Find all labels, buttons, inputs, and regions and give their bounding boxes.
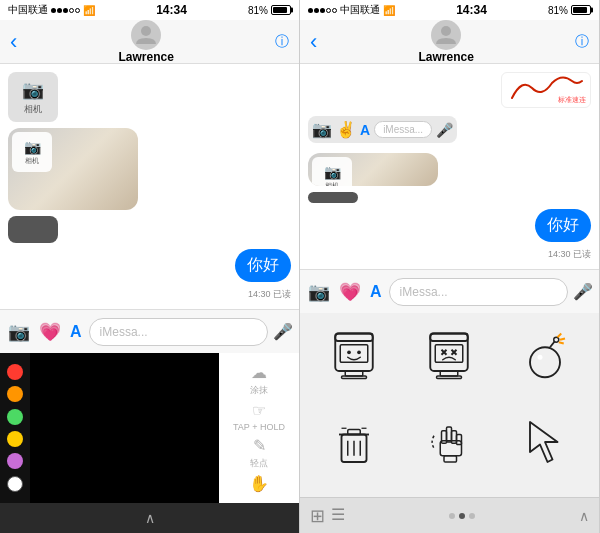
camera-input-btn-right[interactable]: 📷 xyxy=(306,279,332,305)
svg-line-23 xyxy=(560,339,565,340)
sticker-close-btn[interactable]: ∧ xyxy=(579,508,589,524)
drawing-panel-left: ☁ 涂抹 ☞ TAP + HOLD ✎ 轻点 ✋ ∧ xyxy=(0,353,299,533)
battery-pct: 81% xyxy=(248,5,268,16)
status-left: 中国联通 📶 xyxy=(8,3,95,17)
mac-sad-svg xyxy=(424,331,474,381)
signature-container: 标准速连 xyxy=(501,72,591,108)
msg-bubble-right-left: 你好 xyxy=(235,249,291,282)
messages-area-left: 📷 相机 📷 相机 你好 14:30 已读 xyxy=(0,64,299,309)
wifi-icon-right: 📶 xyxy=(383,5,395,16)
heart-input-btn-left[interactable]: 💗 xyxy=(37,319,63,345)
info-button-left[interactable]: ⓘ xyxy=(275,33,289,51)
sticker-pointer[interactable] xyxy=(499,407,591,477)
instr-gesture: ✋ xyxy=(249,474,269,493)
nav-center-left[interactable]: Lawrence xyxy=(118,20,173,64)
color-green[interactable] xyxy=(7,409,23,425)
color-red[interactable] xyxy=(7,364,23,380)
attach-row-right: 📷 ✌ A iMessa... 🎤 xyxy=(308,116,457,143)
pager-dot-3 xyxy=(469,513,475,519)
hand-wave-svg xyxy=(424,417,474,467)
input-bar-left: 📷 💗 A iMessa... 🎤 xyxy=(0,309,299,353)
sticker-trash[interactable] xyxy=(308,407,400,477)
msg-bubble-right-r: 你好 xyxy=(535,209,591,242)
signature-label: 标准速连 xyxy=(558,95,586,105)
instr-smear: ☁ 涂抹 xyxy=(250,363,268,397)
right-phone-panel: 中国联通 📶 14:34 81% ‹ Lawrence ⓘ xyxy=(300,0,600,533)
svg-rect-38 xyxy=(444,456,457,462)
input-placeholder-left: iMessa... xyxy=(100,325,148,339)
photo-inner-left: 📷 相机 xyxy=(8,128,138,210)
sticker-hand-wave[interactable] xyxy=(404,407,496,477)
nav-center-right[interactable]: Lawrence xyxy=(418,20,473,64)
appstore-input-btn-right[interactable]: A xyxy=(368,281,384,303)
drawing-instructions: ☁ 涂抹 ☞ TAP + HOLD ✎ 轻点 ✋ xyxy=(219,353,299,503)
sticker-grid-icon[interactable]: ⊞ xyxy=(310,505,325,527)
camera-btn-right[interactable]: 📷 xyxy=(312,120,332,139)
timestamp-right: 14:30 已读 xyxy=(548,248,591,261)
svg-point-0 xyxy=(141,26,151,36)
appstore-input-btn-left[interactable]: A xyxy=(68,321,84,343)
message-input-left[interactable]: iMessa... xyxy=(89,318,268,346)
sticker-bottom-left: ⊞ ☰ xyxy=(310,505,345,527)
signal-dot-1 xyxy=(51,8,56,13)
input-placeholder-row[interactable]: iMessa... xyxy=(374,121,432,138)
photo-placeholder-right: 📷 相机 xyxy=(312,157,352,186)
color-yellow[interactable] xyxy=(7,431,23,447)
status-left-right: 中国联通 📶 xyxy=(308,3,395,17)
status-right-right: 81% xyxy=(548,5,591,16)
appstore-btn-right[interactable]: A xyxy=(360,122,370,138)
timestamp-left: 14:30 已读 xyxy=(248,288,291,301)
back-button-right[interactable]: ‹ xyxy=(310,29,317,55)
camera-attach-btn[interactable]: 📷 相机 xyxy=(8,72,58,122)
signal-dot-r3 xyxy=(320,8,325,13)
msg-text-right: 你好 xyxy=(547,216,579,233)
signal-dot-r5 xyxy=(332,8,337,13)
sticker-mac-happy[interactable] xyxy=(308,321,400,391)
heart-input-btn-right[interactable]: 💗 xyxy=(337,279,363,305)
svg-point-8 xyxy=(357,350,361,354)
input-placeholder-right: iMessa... xyxy=(400,285,448,299)
mic-btn-right-row[interactable]: 🎤 xyxy=(436,122,453,138)
signal-dot-5 xyxy=(75,8,80,13)
contact-name-right: Lawrence xyxy=(418,50,473,64)
mac-happy-svg xyxy=(329,331,379,381)
carrier-label-right: 中国联通 xyxy=(340,3,380,17)
msg-text-left: 你好 xyxy=(247,256,279,273)
drawing-panel-main: ☁ 涂抹 ☞ TAP + HOLD ✎ 轻点 ✋ xyxy=(0,353,299,503)
sticker-mac-sad[interactable] xyxy=(404,321,496,391)
camera-attach-icon: 📷 xyxy=(22,79,44,101)
battery-icon-right xyxy=(571,5,591,15)
signal-dots xyxy=(51,8,80,13)
finger-btn-right[interactable]: ✌ xyxy=(336,120,356,139)
tap-icon: ✎ xyxy=(253,436,266,455)
color-white[interactable] xyxy=(7,476,23,492)
status-bar-left: 中国联通 📶 14:34 81% xyxy=(0,0,299,20)
sticker-bottom-bar: ⊞ ☰ ∧ xyxy=(300,497,599,533)
mic-btn-left[interactable]: 🎤 xyxy=(273,322,293,341)
color-purple[interactable] xyxy=(7,453,23,469)
drawing-canvas[interactable] xyxy=(30,353,219,503)
dark-bubble-left xyxy=(8,216,58,243)
svg-line-22 xyxy=(558,334,562,338)
time-label-right: 14:34 xyxy=(456,3,487,17)
signal-dot-4 xyxy=(69,8,74,13)
signal-dot-r1 xyxy=(308,8,313,13)
svg-point-19 xyxy=(538,355,543,360)
smear-label: 涂抹 xyxy=(250,384,268,397)
draw-close-arrow[interactable]: ∧ xyxy=(0,503,299,533)
color-orange[interactable] xyxy=(7,386,23,402)
carrier-label: 中国联通 xyxy=(8,3,48,17)
signature-bubble-right: 标准速连 xyxy=(501,72,591,108)
photo-placeholder-left: 📷 相机 xyxy=(12,132,52,172)
svg-rect-13 xyxy=(437,376,462,379)
sticker-list-icon[interactable]: ☰ xyxy=(331,505,345,527)
camera-input-btn-left[interactable]: 📷 xyxy=(6,319,32,345)
camera-label-small-r: 相机 xyxy=(325,181,339,187)
back-chevron-right: ‹ xyxy=(310,29,317,55)
message-input-right[interactable]: iMessa... xyxy=(389,278,568,306)
mic-btn-right[interactable]: 🎤 xyxy=(573,282,593,301)
info-button-right[interactable]: ⓘ xyxy=(575,33,589,51)
sticker-bomb[interactable] xyxy=(499,321,591,391)
back-button-left[interactable]: ‹ xyxy=(10,29,17,55)
battery-icon xyxy=(271,5,291,15)
